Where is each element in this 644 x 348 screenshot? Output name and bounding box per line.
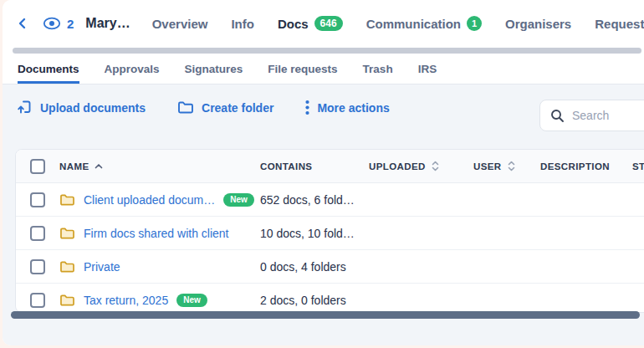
- search-input[interactable]: [572, 109, 644, 122]
- header-name[interactable]: NAME: [59, 161, 260, 171]
- folder-icon: [59, 227, 75, 240]
- kebab-menu-icon: [305, 100, 309, 115]
- docs-sub-tabs: Documents Approvals Signatures File requ…: [3, 55, 644, 84]
- communication-count-badge: 1: [467, 16, 482, 31]
- row-checkbox[interactable]: [30, 192, 45, 207]
- sort-both-icon: [508, 161, 515, 171]
- folder-icon: [59, 260, 75, 274]
- folder-link[interactable]: Firm docs shared with client: [84, 227, 229, 240]
- watchers-count: 2: [67, 17, 74, 31]
- back-button[interactable]: [16, 17, 29, 30]
- nav-tab-overview[interactable]: Overview: [152, 17, 208, 31]
- nav-tab-requests[interactable]: Requests 2: [595, 16, 644, 31]
- table-header-row: NAME CONTAINS UPLOADED USER: [16, 150, 644, 183]
- header-description: DESCRIPTION: [540, 161, 632, 171]
- folder-icon: [59, 193, 75, 207]
- table-row[interactable]: Client uploaded docum… New 652 docs, 6 f…: [16, 183, 644, 217]
- toolbar: Upload documents Create folder More acti…: [17, 100, 390, 115]
- watchers-indicator[interactable]: 2: [43, 17, 74, 31]
- top-horizontal-scrollbar[interactable]: [13, 48, 641, 54]
- sort-asc-icon: [95, 163, 103, 169]
- search-icon: [550, 109, 565, 123]
- tab-approvals[interactable]: Approvals: [105, 55, 160, 84]
- table-row[interactable]: Firm docs shared with client 10 docs, 10…: [16, 217, 644, 250]
- row-checkbox[interactable]: [30, 293, 45, 308]
- docs-count-badge: 646: [314, 16, 343, 31]
- header-uploaded[interactable]: UPLOADED: [369, 161, 473, 171]
- chevron-left-icon: [16, 17, 29, 30]
- tab-documents[interactable]: Documents: [18, 55, 79, 84]
- nav-tab-communication[interactable]: Communication 1: [366, 16, 482, 31]
- contains-cell: 652 docs, 6 fold…: [260, 193, 369, 207]
- nav-tab-info[interactable]: Info: [231, 17, 254, 31]
- contains-cell: 2 docs, 0 folders: [260, 294, 369, 307]
- table-row[interactable]: Tax return, 2025 New 2 docs, 0 folders: [16, 284, 644, 313]
- create-folder-button[interactable]: Create folder: [177, 100, 273, 115]
- folder-link[interactable]: Private: [84, 260, 120, 274]
- upload-icon: [17, 100, 33, 115]
- documents-table: NAME CONTAINS UPLOADED USER: [15, 149, 644, 313]
- row-checkbox[interactable]: [30, 226, 45, 241]
- header-contains: CONTAINS: [260, 161, 369, 171]
- eye-icon: [43, 17, 61, 30]
- upload-documents-button[interactable]: Upload documents: [17, 100, 146, 115]
- tab-trash[interactable]: Trash: [363, 55, 393, 84]
- table-row[interactable]: Private 0 docs, 4 folders: [16, 250, 644, 284]
- client-docs-window: 2 Mary… Overview Info Docs 646 Communica…: [3, 0, 644, 345]
- contains-cell: 10 docs, 10 fold…: [260, 227, 369, 240]
- select-all-checkbox[interactable]: [30, 159, 45, 174]
- folder-link[interactable]: Client uploaded docum…: [84, 193, 215, 207]
- new-badge: New: [223, 193, 254, 207]
- tab-signatures[interactable]: Signatures: [185, 55, 243, 84]
- folder-link[interactable]: Tax return, 2025: [84, 294, 168, 307]
- nav-tabs: Overview Info Docs 646 Communication 1 O…: [152, 16, 644, 31]
- folder-icon: [59, 294, 75, 307]
- sort-both-icon: [432, 161, 439, 171]
- nav-tab-docs[interactable]: Docs 646: [278, 16, 343, 31]
- header-user[interactable]: USER: [473, 161, 540, 171]
- header-status: STATUS: [632, 161, 644, 171]
- top-nav: 2 Mary… Overview Info Docs 646 Communica…: [3, 0, 644, 47]
- new-badge: New: [176, 294, 207, 307]
- tab-file-requests[interactable]: File requests: [268, 55, 337, 84]
- documents-content: Upload documents Create folder More acti…: [3, 84, 644, 345]
- bottom-horizontal-scrollbar[interactable]: [11, 311, 640, 319]
- folder-icon: [177, 100, 194, 115]
- more-actions-button[interactable]: More actions: [305, 100, 389, 115]
- client-name[interactable]: Mary…: [85, 16, 130, 31]
- search-box: [539, 100, 644, 131]
- tab-irs[interactable]: IRS: [418, 55, 437, 84]
- row-checkbox[interactable]: [30, 259, 45, 274]
- contains-cell: 0 docs, 4 folders: [260, 260, 369, 274]
- nav-tab-organisers[interactable]: Organisers: [505, 17, 571, 31]
